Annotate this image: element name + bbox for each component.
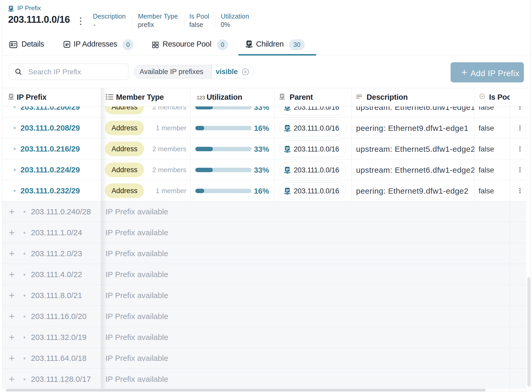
svg-text:IP: IP <box>286 167 289 171</box>
svg-text:IP: IP <box>281 94 284 98</box>
svg-text:IP: IP <box>286 107 289 109</box>
svg-text:IP: IP <box>10 6 13 10</box>
svg-text:IP: IP <box>286 147 289 150</box>
svg-text:IP: IP <box>286 188 289 192</box>
svg-text:IP: IP <box>65 42 69 47</box>
svg-text:IP: IP <box>10 94 13 98</box>
svg-text:IP: IP <box>248 41 251 45</box>
svg-text:IP: IP <box>286 126 289 130</box>
